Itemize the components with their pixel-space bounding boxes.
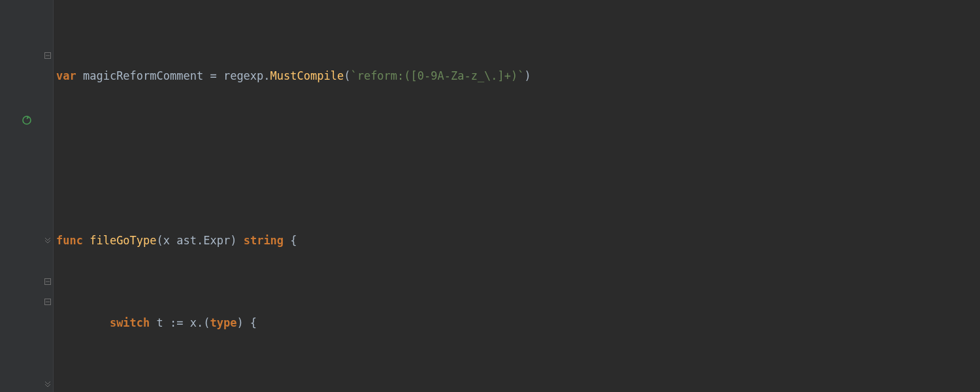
func-call: MustCompile: [270, 66, 344, 87]
code-editor: var magicReformComment = regexp.MustComp…: [0, 0, 980, 392]
gutter: [0, 0, 54, 392]
fold-start-icon[interactable]: [44, 298, 52, 306]
type-string: string: [244, 231, 284, 252]
keyword-func: func: [56, 231, 83, 252]
keyword-var: var: [56, 66, 76, 87]
svg-point-0: [23, 116, 31, 124]
fold-end-icon[interactable]: [44, 380, 52, 388]
code-line[interactable]: func fileGoType(x ast.Expr) string {: [54, 231, 980, 252]
func-decl: fileGoType: [83, 231, 157, 252]
string-literal: `reform:([0-9A-Za-z_\.]+)`: [350, 66, 524, 87]
package-ref: regexp: [217, 66, 264, 87]
code-line[interactable]: var magicReformComment = regexp.MustComp…: [54, 66, 980, 87]
keyword-switch: switch: [110, 313, 150, 334]
code-line[interactable]: switch t := x.(type) {: [54, 313, 980, 334]
fold-end-icon[interactable]: [44, 237, 52, 244]
fold-start-icon[interactable]: [44, 278, 52, 286]
code-line[interactable]: [54, 148, 980, 169]
operator: =: [210, 66, 216, 87]
identifier: magicReformComment: [76, 66, 210, 87]
code-area[interactable]: var magicReformComment = regexp.MustComp…: [54, 0, 980, 392]
rerun-icon[interactable]: [0, 110, 54, 131]
fold-start-icon[interactable]: [44, 52, 52, 59]
